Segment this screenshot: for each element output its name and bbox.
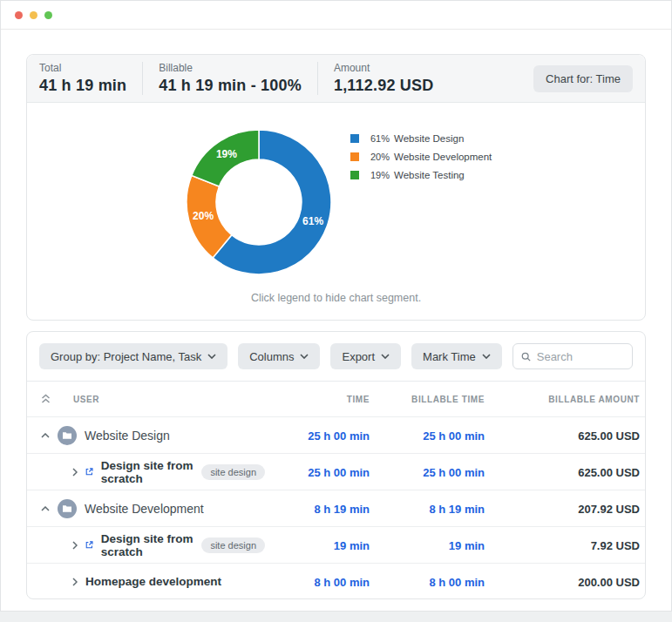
billable-time-value-link[interactable]: 25 h 00 min <box>423 429 485 443</box>
billable-time-value-link[interactable]: 8 h 00 min <box>429 576 485 589</box>
columns-dropdown[interactable]: Columns <box>238 343 320 369</box>
chevron-down-icon <box>482 354 491 359</box>
table-row-task-design-site: Design site from scratch site design 25 … <box>27 453 645 490</box>
billable-time-value-link[interactable]: 25 h 00 min <box>423 466 485 479</box>
legend-swatch-blue <box>350 134 359 143</box>
tag-badge: site design <box>201 537 265 553</box>
chevron-down-icon <box>207 354 216 359</box>
table-row-task-homepage-development: Homepage development 8 h 00 min 8 h 00 m… <box>27 563 645 599</box>
table-row-project-website-design: Website Design 25 h 00 min 25 h 00 min 6… <box>27 416 645 453</box>
summary-bar: Total 41 h 19 min Billable 41 h 19 min -… <box>27 55 645 103</box>
donut-chart-area: 61%20%19% 61% Website Design 20% Website… <box>27 103 645 320</box>
collapse-row-icon[interactable] <box>41 506 50 511</box>
stat-total-value: 41 h 19 min <box>39 77 126 95</box>
column-header-time[interactable]: TIME <box>265 395 370 404</box>
chevron-down-icon <box>300 354 309 359</box>
billable-time-value-link[interactable]: 8 h 19 min <box>429 503 485 516</box>
expand-row-icon[interactable] <box>72 468 78 477</box>
table-row-task-design-site-dev: Design site from scratch site design 19 … <box>27 526 645 563</box>
billable-time-value-link[interactable]: 19 min <box>449 539 485 552</box>
stat-billable-label: Billable <box>159 62 302 74</box>
mark-time-dropdown[interactable]: Mark Time <box>411 343 502 369</box>
column-header-billable-amount[interactable]: BILLABLE AMOUNT <box>485 395 640 404</box>
export-label: Export <box>342 350 375 363</box>
column-header-billable-time[interactable]: BILLABLE TIME <box>370 395 485 404</box>
project-name[interactable]: Website Development <box>85 502 204 516</box>
time-value-link[interactable]: 19 min <box>334 539 370 552</box>
project-avatar-icon <box>58 426 77 445</box>
export-dropdown[interactable]: Export <box>330 343 401 369</box>
stat-billable: Billable 41 h 19 min - 100% <box>159 62 318 95</box>
search-field[interactable] <box>512 343 633 369</box>
task-name[interactable]: Homepage development <box>85 575 221 588</box>
legend-item-website-development[interactable]: 20% Website Development <box>350 147 492 166</box>
table-header-row: USER TIME BILLABLE TIME BILLABLE AMOUNT <box>27 381 645 416</box>
legend-label: Website Testing <box>394 170 465 180</box>
minimize-window-button[interactable] <box>30 11 37 19</box>
group-by-label: Group by: Project Name, Task <box>51 350 201 363</box>
collapse-all-icon[interactable] <box>41 394 51 404</box>
close-window-button[interactable] <box>15 11 23 19</box>
legend-label: Website Development <box>394 152 492 162</box>
expand-row-icon[interactable] <box>72 578 78 586</box>
table-row-project-website-development: Website Development 8 h 19 min 8 h 19 mi… <box>27 490 645 526</box>
chevron-down-icon <box>381 354 390 359</box>
legend-item-website-testing[interactable]: 19% Website Testing <box>350 166 492 184</box>
search-input[interactable] <box>537 350 624 363</box>
report-table-card: Group by: Project Name, Task Columns Exp… <box>26 331 646 599</box>
legend-percent: 19% <box>370 170 394 180</box>
columns-label: Columns <box>249 350 294 363</box>
billable-amount-value: 625.00 USD <box>578 429 640 443</box>
chart-legend: 61% Website Design 20% Website Developme… <box>350 129 492 184</box>
maximize-window-button[interactable] <box>44 11 52 19</box>
group-by-dropdown[interactable]: Group by: Project Name, Task <box>39 343 227 369</box>
legend-percent: 61% <box>370 133 394 144</box>
folder-icon <box>62 504 72 513</box>
chart-for-time-button[interactable]: Chart for: Time <box>533 65 633 92</box>
expand-row-icon[interactable] <box>72 541 78 550</box>
tag-badge: site design <box>201 464 265 480</box>
project-avatar-icon <box>58 499 77 518</box>
billable-amount-value: 625.00 USD <box>578 466 640 479</box>
search-icon <box>521 351 531 362</box>
donut-chart[interactable]: 61%20%19% <box>180 124 337 281</box>
legend-percent: 20% <box>370 152 394 162</box>
legend-swatch-green <box>350 171 359 179</box>
stat-total: Total 41 h 19 min <box>39 62 143 95</box>
task-name[interactable]: Design site from scratch <box>101 532 194 558</box>
mark-time-label: Mark Time <box>423 350 476 363</box>
stat-amount-value: 1,112.92 USD <box>334 77 433 95</box>
summary-chart-card: Total 41 h 19 min Billable 41 h 19 min -… <box>26 54 646 321</box>
task-link-icon <box>85 466 93 477</box>
billable-amount-value: 200.00 USD <box>578 576 640 589</box>
time-value-link[interactable]: 8 h 00 min <box>314 576 370 589</box>
column-header-user[interactable]: USER <box>73 395 99 404</box>
window-titlebar <box>1 1 671 30</box>
legend-item-website-design[interactable]: 61% Website Design <box>350 129 492 147</box>
svg-text:19%: 19% <box>216 148 237 160</box>
chart-hint-text: Click legend to hide chart segment. <box>27 292 645 304</box>
collapse-row-icon[interactable] <box>41 433 50 438</box>
legend-label: Website Design <box>394 133 464 144</box>
task-name[interactable]: Design site from scratch <box>101 459 194 485</box>
time-value-link[interactable]: 8 h 19 min <box>314 503 370 516</box>
svg-text:20%: 20% <box>193 210 214 222</box>
task-link-icon <box>85 539 93 551</box>
stat-total-label: Total <box>39 62 126 74</box>
time-value-link[interactable]: 25 h 00 min <box>308 429 370 443</box>
stat-billable-value: 41 h 19 min - 100% <box>159 77 302 95</box>
stat-amount: Amount 1,112.92 USD <box>334 62 449 95</box>
billable-amount-value: 7.92 USD <box>591 539 640 552</box>
app-window: Total 41 h 19 min Billable 41 h 19 min -… <box>0 0 672 612</box>
report-page: Total 41 h 19 min Billable 41 h 19 min -… <box>1 30 671 599</box>
table-toolbar: Group by: Project Name, Task Columns Exp… <box>27 332 645 381</box>
legend-swatch-orange <box>350 152 359 161</box>
stat-amount-label: Amount <box>334 62 433 74</box>
billable-amount-value: 207.92 USD <box>578 503 640 516</box>
project-name[interactable]: Website Design <box>85 429 170 443</box>
svg-text:61%: 61% <box>302 215 323 227</box>
folder-icon <box>62 431 72 440</box>
time-value-link[interactable]: 25 h 00 min <box>308 466 370 479</box>
